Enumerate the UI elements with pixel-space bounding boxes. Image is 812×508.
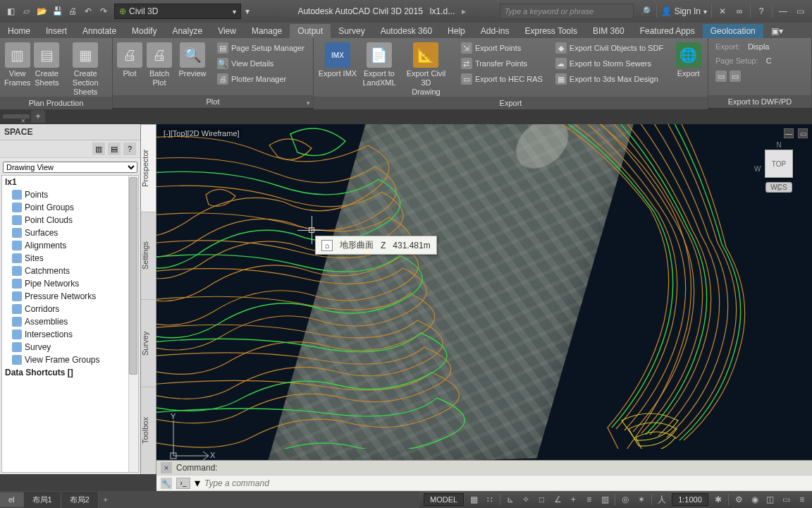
tab-bim360[interactable]: BIM 360 [585,24,632,38]
panel-expand-icon[interactable]: ▾ [307,97,310,109]
maximize-icon[interactable]: ▭ [794,5,806,18]
tab-addins[interactable]: Add-ins [473,24,517,38]
plotter-manager-button[interactable]: 🖨Plotter Manager [214,72,307,86]
tree-item-assemblies[interactable]: Assemblies [2,315,138,328]
tab-geolocation[interactable]: Geolocation [703,24,763,38]
export-imx-button[interactable]: IMXExport IMX [318,41,357,78]
tree-item-points[interactable]: Points [2,188,138,201]
redo-icon[interactable]: ↷ [97,5,110,18]
transfer-points-button[interactable]: ⇄Transfer Points [458,56,546,71]
open-icon[interactable]: 📂 [35,5,48,18]
export-landxml-button[interactable]: 📄Export to LandXML [360,41,398,87]
viewcube-s[interactable]: S [777,184,782,192]
dwf-extra-row[interactable]: ▭▭ [713,69,775,83]
plot-button[interactable]: 🖨Plot [117,41,142,78]
help-icon[interactable]: ? [755,5,768,18]
layout-tab-2[interactable]: 布局2 [61,492,99,508]
minimize-icon[interactable]: — [777,5,789,18]
tab-help[interactable]: Help [440,24,473,38]
ortho-icon[interactable]: ⊾ [505,493,516,506]
undo-icon[interactable]: ↶ [82,5,94,18]
vtab-toolbox[interactable]: Toolbox [141,387,156,474]
cust-icon[interactable]: ≡ [796,493,808,506]
layout-tab-1[interactable]: 布局1 [24,492,61,508]
tree-item-pipenetworks[interactable]: Pipe Networks [2,277,138,290]
tree-item-viewframegroups[interactable]: View Frame Groups [2,353,138,366]
tab-autodesk360[interactable]: Autodesk 360 [373,24,440,38]
export-points-button[interactable]: ⇲Export Points [458,41,546,55]
tree-item-sites[interactable]: Sites [2,252,138,265]
title-caret-icon[interactable]: ▸ [462,6,466,16]
close-cmdline-icon[interactable]: × [161,462,172,473]
sc-icon[interactable]: ✶ [636,493,647,506]
viewcube[interactable]: N W TOP S WCS [754,141,804,205]
view-select[interactable]: Drawing View [3,162,137,173]
polar-icon[interactable]: ✧ [520,493,531,506]
tab-home[interactable]: Home [0,24,38,38]
prospector-tree[interactable]: lx1 Points Point Groups Point Clouds Sur… [1,175,139,473]
batch-plot-button[interactable]: 🖨Batch Plot [145,41,173,87]
tab-expresstools[interactable]: Express Tools [517,24,584,38]
dwf-pagesetup-row[interactable]: Page Setup: C [713,55,775,66]
annoscale-icon[interactable]: ✱ [713,493,724,506]
osnap-icon[interactable]: □ [536,493,547,506]
tree-item-alignments[interactable]: Alignments [2,239,138,252]
vtab-settings[interactable]: Settings [141,212,156,299]
tab-manage[interactable]: Manage [244,24,290,38]
document-tab[interactable]: × [3,114,30,119]
add-tab-button[interactable]: + [31,110,45,123]
ann-icon[interactable]: 人 [656,493,668,506]
plot-icon[interactable]: 🖨 [66,5,79,18]
tab-modify[interactable]: Modify [124,24,164,38]
view-details-button[interactable]: 🔍View Details [214,56,307,71]
viewcube-w[interactable]: W [754,165,761,173]
tree-item-pressurenetworks[interactable]: Pressure Networks [2,290,138,303]
tree-item-survey[interactable]: Survey [2,341,138,353]
tree-scrollbar[interactable] [128,176,138,472]
otrack-icon[interactable]: ∠ [552,493,563,506]
export-button[interactable]: 🌐Export [673,41,703,78]
tree-item-catchments[interactable]: Catchments [2,265,138,277]
export-sdf-button[interactable]: ◆Export Civil Objects to SDF [553,41,666,55]
infocenter-icon[interactable]: 🔎 [639,5,652,18]
command-input[interactable] [204,478,808,488]
lwt-icon[interactable]: ≡ [584,493,595,506]
layout-tab-model[interactable]: el [0,492,24,507]
add-layout-icon[interactable]: + [99,495,113,504]
viewcube-top[interactable]: TOP [765,150,793,178]
vtab-survey[interactable]: Survey [141,299,156,387]
tab-analyze[interactable]: Analyze [164,24,210,38]
snap-icon[interactable]: ∷ [484,493,495,506]
app-menu-button[interactable]: ◧ [4,5,17,18]
search-input[interactable]: Type a keyword or phrase [500,4,634,19]
exchange-icon[interactable]: ✕ [716,5,729,18]
save-icon[interactable]: 💾 [51,5,63,18]
dyn-icon[interactable]: + [567,493,579,506]
ts-tool-icon[interactable]: ▤ [108,143,121,155]
ts-help-icon[interactable]: ? [123,143,136,155]
hw-icon[interactable]: ◉ [749,493,760,506]
tab-insert[interactable]: Insert [38,24,75,38]
export-civil3d-drawing-button[interactable]: 📐Export Civil 3D Drawing [401,41,451,97]
customize-icon[interactable]: 🔧 [161,478,172,489]
tab-featuredapps[interactable]: Featured Apps [632,24,703,38]
grid-icon[interactable]: ▦ [468,493,479,506]
command-prompt-icon[interactable]: ›_ [176,478,190,489]
tree-item-pointgroups[interactable]: Point Groups [2,201,138,214]
view-frames-button[interactable]: ▥View Frames [4,41,30,87]
tab-output[interactable]: Output [290,24,331,38]
transp-icon[interactable]: ▥ [599,493,610,506]
create-sheets-button[interactable]: ▤Create Sheets [33,41,60,87]
ucs-icon[interactable]: X Y [166,413,216,464]
tree-item-intersections[interactable]: Intersections [2,328,138,341]
tab-survey[interactable]: Survey [331,24,372,38]
status-mode[interactable]: MODEL [424,493,464,506]
clean-icon[interactable]: ▭ [780,493,792,506]
export-hecras-button[interactable]: ▭Export to HEC RAS [458,72,546,86]
tree-item-surfaces[interactable]: Surfaces [2,226,138,239]
qp-icon[interactable]: ◎ [620,493,631,506]
iso-icon[interactable]: ◫ [765,493,776,506]
signin-button[interactable]: 👤 Sign In ▾ [661,6,707,16]
scroll-thumb[interactable] [129,177,137,375]
preview-button[interactable]: 🔍Preview [176,41,209,78]
